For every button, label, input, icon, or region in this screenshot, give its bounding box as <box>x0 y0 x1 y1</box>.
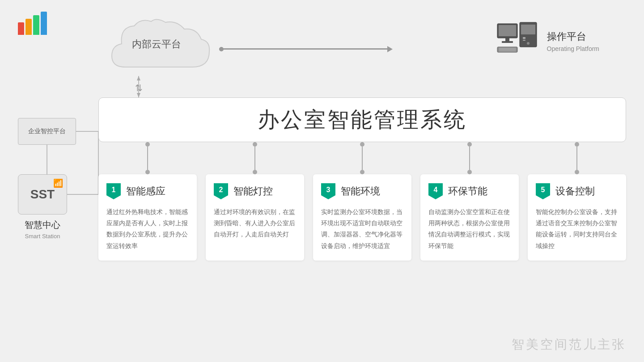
card-body: 通过对环境的有效识别，在监测到昏暗、有人进入办公室后自动开灯，人走后自动关灯 <box>214 206 296 240</box>
svg-marker-19 <box>137 93 140 97</box>
feature-card: 5设备控制智能化控制办公室设备，支持通过语音交互来控制办公室智能设备运转，同时支… <box>528 174 626 261</box>
svg-rect-6 <box>499 25 516 36</box>
svg-point-2 <box>527 42 530 45</box>
connector-line <box>576 147 577 170</box>
connector-dot <box>467 170 472 174</box>
card-header: 3智能环境 <box>321 183 403 199</box>
connector-dot <box>253 170 257 174</box>
card-header: 4环保节能 <box>428 183 511 199</box>
card-title: 智能环境 <box>341 185 380 198</box>
svg-rect-4 <box>523 40 525 41</box>
logo-bar <box>25 19 32 35</box>
card-header: 5设备控制 <box>536 183 618 199</box>
card-number: 5 <box>536 183 550 199</box>
card-title: 智能灯控 <box>233 185 273 198</box>
logo-bar <box>18 22 24 35</box>
connector-line <box>254 147 255 170</box>
connector-dot <box>360 142 364 147</box>
wifi-icon: 📶 <box>53 178 63 188</box>
logo <box>18 13 47 35</box>
cards-row: 1智能感应通过红外热释电技术，智能感应屋内是否有人人，实时上报数据到办公室系统，… <box>98 174 626 261</box>
arrow-line <box>219 48 389 50</box>
vert-connector <box>253 142 257 174</box>
svg-rect-3 <box>523 37 525 39</box>
card-header: 1智能感应 <box>106 183 189 199</box>
vert-connector <box>467 142 472 174</box>
connector-line <box>362 147 363 170</box>
card-body: 智能化控制办公室设备，支持通过语音交互来控制办公室智能设备运转，同时支持同台全域… <box>536 206 618 252</box>
main-system-title: 办公室智能管理系统 <box>258 105 467 134</box>
card-number: 2 <box>214 183 228 199</box>
svg-rect-8 <box>502 41 513 43</box>
connector-dot <box>145 142 150 147</box>
feature-card: 4环保节能自动监测办公室空置和正在使用两种状态，根据办公室使用情况自动调整运行模… <box>420 174 519 261</box>
computer-icon <box>495 20 540 62</box>
connector-dot <box>360 170 364 174</box>
enterprise-box: 企业智控平台 <box>18 118 76 145</box>
vert-connector <box>360 142 364 174</box>
computer-title-cn: 操作平台 <box>547 30 600 43</box>
logo-bar <box>33 15 39 35</box>
card-body: 实时监测办公室环境数据，当环境出现不适宜时自动联动空调、加湿器器、空气净化器等设… <box>321 206 403 252</box>
sst-label-cn: 智慧中心 <box>25 219 60 231</box>
card-number: 4 <box>428 183 443 199</box>
sst-container: 📶 SST 智慧中心 Smart Station <box>18 174 67 240</box>
feature-card: 1智能感应通过红外热释电技术，智能感应屋内是否有人人，实时上报数据到办公室系统，… <box>98 174 197 261</box>
feature-card: 2智能灯控通过对环境的有效识别，在监测到昏暗、有人进入办公室后自动开灯，人走后自… <box>206 174 304 261</box>
sst-label-en: Smart Station <box>25 233 60 240</box>
computer-section: 操作平台 Operating Platform <box>495 20 600 62</box>
svg-rect-7 <box>505 38 509 42</box>
svg-rect-1 <box>521 25 535 34</box>
computer-labels: 操作平台 Operating Platform <box>547 30 600 52</box>
cloud-section: 内部云平台 <box>98 18 215 51</box>
connector-dot <box>253 142 257 147</box>
cloud-label: 内部云平台 <box>98 38 215 51</box>
svg-rect-11 <box>499 49 516 50</box>
svg-rect-12 <box>499 51 516 51</box>
card-body: 自动监测办公室空置和正在使用两种状态，根据办公室使用情况自动调整运行模式，实现环… <box>428 206 511 252</box>
connector-line <box>469 147 470 170</box>
card-number: 3 <box>321 183 335 199</box>
arrow-connector <box>219 48 389 50</box>
card-number: 1 <box>106 183 121 199</box>
card-body: 通过红外热释电技术，智能感应屋内是否有人人，实时上报数据到办公室系统，提升办公室… <box>106 206 189 252</box>
card-title: 智能感应 <box>126 185 165 198</box>
vert-connector <box>145 142 150 174</box>
main-system-box: 办公室智能管理系统 <box>98 97 626 142</box>
vert-connector <box>575 142 579 174</box>
updown-connector: ⇅ <box>135 83 143 93</box>
watermark: 智美空间范儿主张 <box>512 336 626 353</box>
connector-dot <box>467 142 472 147</box>
connector-dot <box>575 170 579 174</box>
sst-box: 📶 SST <box>18 174 67 215</box>
connector-line <box>147 147 148 170</box>
computer-title-en: Operating Platform <box>547 45 600 52</box>
logo-bar <box>41 12 47 35</box>
card-title: 设备控制 <box>555 185 595 198</box>
connector-dot <box>145 170 150 174</box>
connector-dot <box>575 142 579 147</box>
card-title: 环保节能 <box>448 185 487 198</box>
card-header: 2智能灯控 <box>214 183 296 199</box>
svg-rect-10 <box>499 48 516 49</box>
feature-card: 3智能环境实时监测办公室环境数据，当环境出现不适宜时自动联动空调、加湿器器、空气… <box>313 174 411 261</box>
